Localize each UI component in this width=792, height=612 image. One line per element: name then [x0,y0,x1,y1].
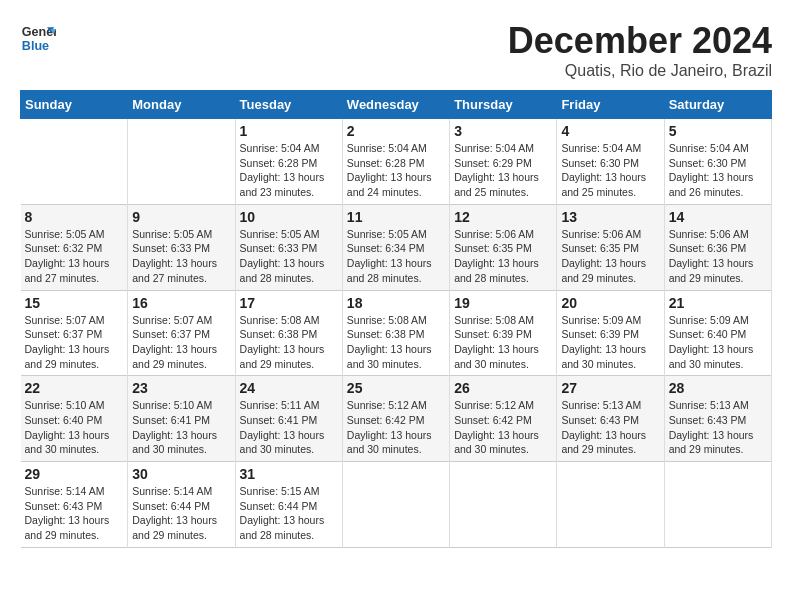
location: Quatis, Rio de Janeiro, Brazil [508,62,772,80]
calendar-day-cell: 15Sunrise: 5:07 AMSunset: 6:37 PMDayligh… [21,290,128,376]
calendar-day-cell: 31Sunrise: 5:15 AMSunset: 6:44 PMDayligh… [235,462,342,548]
day-number: 13 [561,209,659,225]
calendar-day-cell: 18Sunrise: 5:08 AMSunset: 6:38 PMDayligh… [342,290,449,376]
day-info: Sunrise: 5:12 AMSunset: 6:42 PMDaylight:… [347,398,445,457]
day-info: Sunrise: 5:04 AMSunset: 6:30 PMDaylight:… [561,141,659,200]
day-number: 14 [669,209,767,225]
weekday-header: Monday [128,91,235,119]
day-number: 19 [454,295,552,311]
calendar-day-cell: 29Sunrise: 5:14 AMSunset: 6:43 PMDayligh… [21,462,128,548]
calendar-day-cell: 27Sunrise: 5:13 AMSunset: 6:43 PMDayligh… [557,376,664,462]
day-info: Sunrise: 5:09 AMSunset: 6:40 PMDaylight:… [669,313,767,372]
calendar-day-cell: 19Sunrise: 5:08 AMSunset: 6:39 PMDayligh… [450,290,557,376]
logo-icon: General Blue [20,20,56,56]
calendar-day-cell: 14Sunrise: 5:06 AMSunset: 6:36 PMDayligh… [664,204,771,290]
day-number: 24 [240,380,338,396]
calendar-day-cell [557,462,664,548]
calendar-day-cell: 20Sunrise: 5:09 AMSunset: 6:39 PMDayligh… [557,290,664,376]
day-number: 28 [669,380,767,396]
calendar-week-row: 22Sunrise: 5:10 AMSunset: 6:40 PMDayligh… [21,376,772,462]
svg-text:Blue: Blue [22,39,49,53]
day-info: Sunrise: 5:06 AMSunset: 6:35 PMDaylight:… [454,227,552,286]
day-number: 10 [240,209,338,225]
day-number: 11 [347,209,445,225]
page-header: General Blue December 2024 Quatis, Rio d… [20,20,772,80]
day-info: Sunrise: 5:05 AMSunset: 6:32 PMDaylight:… [25,227,124,286]
day-number: 3 [454,123,552,139]
day-number: 21 [669,295,767,311]
weekday-header: Friday [557,91,664,119]
day-info: Sunrise: 5:05 AMSunset: 6:33 PMDaylight:… [132,227,230,286]
month-title: December 2024 [508,20,772,62]
day-number: 18 [347,295,445,311]
weekday-header: Thursday [450,91,557,119]
day-number: 4 [561,123,659,139]
weekday-header: Saturday [664,91,771,119]
day-info: Sunrise: 5:08 AMSunset: 6:38 PMDaylight:… [240,313,338,372]
calendar-day-cell [128,119,235,205]
calendar-day-cell: 8Sunrise: 5:05 AMSunset: 6:32 PMDaylight… [21,204,128,290]
day-number: 31 [240,466,338,482]
calendar-week-row: 8Sunrise: 5:05 AMSunset: 6:32 PMDaylight… [21,204,772,290]
day-info: Sunrise: 5:10 AMSunset: 6:40 PMDaylight:… [25,398,124,457]
day-info: Sunrise: 5:10 AMSunset: 6:41 PMDaylight:… [132,398,230,457]
day-number: 30 [132,466,230,482]
day-info: Sunrise: 5:05 AMSunset: 6:33 PMDaylight:… [240,227,338,286]
day-info: Sunrise: 5:14 AMSunset: 6:44 PMDaylight:… [132,484,230,543]
day-info: Sunrise: 5:06 AMSunset: 6:35 PMDaylight:… [561,227,659,286]
day-number: 26 [454,380,552,396]
calendar-day-cell: 13Sunrise: 5:06 AMSunset: 6:35 PMDayligh… [557,204,664,290]
day-number: 27 [561,380,659,396]
calendar-day-cell: 1Sunrise: 5:04 AMSunset: 6:28 PMDaylight… [235,119,342,205]
day-number: 25 [347,380,445,396]
calendar-day-cell: 10Sunrise: 5:05 AMSunset: 6:33 PMDayligh… [235,204,342,290]
calendar-day-cell: 30Sunrise: 5:14 AMSunset: 6:44 PMDayligh… [128,462,235,548]
weekday-header: Wednesday [342,91,449,119]
day-info: Sunrise: 5:11 AMSunset: 6:41 PMDaylight:… [240,398,338,457]
calendar-day-cell: 4Sunrise: 5:04 AMSunset: 6:30 PMDaylight… [557,119,664,205]
calendar-body: 1Sunrise: 5:04 AMSunset: 6:28 PMDaylight… [21,119,772,548]
calendar-day-cell: 11Sunrise: 5:05 AMSunset: 6:34 PMDayligh… [342,204,449,290]
day-info: Sunrise: 5:05 AMSunset: 6:34 PMDaylight:… [347,227,445,286]
calendar-day-cell: 28Sunrise: 5:13 AMSunset: 6:43 PMDayligh… [664,376,771,462]
day-number: 20 [561,295,659,311]
day-number: 2 [347,123,445,139]
day-info: Sunrise: 5:13 AMSunset: 6:43 PMDaylight:… [669,398,767,457]
calendar-day-cell: 17Sunrise: 5:08 AMSunset: 6:38 PMDayligh… [235,290,342,376]
day-info: Sunrise: 5:08 AMSunset: 6:38 PMDaylight:… [347,313,445,372]
day-info: Sunrise: 5:09 AMSunset: 6:39 PMDaylight:… [561,313,659,372]
weekday-header: Sunday [21,91,128,119]
day-info: Sunrise: 5:04 AMSunset: 6:29 PMDaylight:… [454,141,552,200]
calendar-day-cell: 5Sunrise: 5:04 AMSunset: 6:30 PMDaylight… [664,119,771,205]
day-number: 15 [25,295,124,311]
day-number: 16 [132,295,230,311]
day-number: 5 [669,123,767,139]
day-number: 1 [240,123,338,139]
calendar-week-row: 15Sunrise: 5:07 AMSunset: 6:37 PMDayligh… [21,290,772,376]
calendar-day-cell: 22Sunrise: 5:10 AMSunset: 6:40 PMDayligh… [21,376,128,462]
day-info: Sunrise: 5:15 AMSunset: 6:44 PMDaylight:… [240,484,338,543]
title-block: December 2024 Quatis, Rio de Janeiro, Br… [508,20,772,80]
calendar-day-cell: 9Sunrise: 5:05 AMSunset: 6:33 PMDaylight… [128,204,235,290]
calendar-table: SundayMondayTuesdayWednesdayThursdayFrid… [20,90,772,548]
day-info: Sunrise: 5:12 AMSunset: 6:42 PMDaylight:… [454,398,552,457]
day-info: Sunrise: 5:04 AMSunset: 6:30 PMDaylight:… [669,141,767,200]
calendar-header-row: SundayMondayTuesdayWednesdayThursdayFrid… [21,91,772,119]
calendar-week-row: 1Sunrise: 5:04 AMSunset: 6:28 PMDaylight… [21,119,772,205]
calendar-day-cell: 26Sunrise: 5:12 AMSunset: 6:42 PMDayligh… [450,376,557,462]
day-info: Sunrise: 5:06 AMSunset: 6:36 PMDaylight:… [669,227,767,286]
calendar-day-cell [664,462,771,548]
day-number: 29 [25,466,124,482]
day-info: Sunrise: 5:04 AMSunset: 6:28 PMDaylight:… [347,141,445,200]
calendar-day-cell: 3Sunrise: 5:04 AMSunset: 6:29 PMDaylight… [450,119,557,205]
day-number: 12 [454,209,552,225]
day-info: Sunrise: 5:07 AMSunset: 6:37 PMDaylight:… [25,313,124,372]
day-number: 9 [132,209,230,225]
weekday-header: Tuesday [235,91,342,119]
day-info: Sunrise: 5:04 AMSunset: 6:28 PMDaylight:… [240,141,338,200]
calendar-day-cell: 16Sunrise: 5:07 AMSunset: 6:37 PMDayligh… [128,290,235,376]
calendar-day-cell: 24Sunrise: 5:11 AMSunset: 6:41 PMDayligh… [235,376,342,462]
day-info: Sunrise: 5:07 AMSunset: 6:37 PMDaylight:… [132,313,230,372]
day-info: Sunrise: 5:08 AMSunset: 6:39 PMDaylight:… [454,313,552,372]
day-number: 8 [25,209,124,225]
